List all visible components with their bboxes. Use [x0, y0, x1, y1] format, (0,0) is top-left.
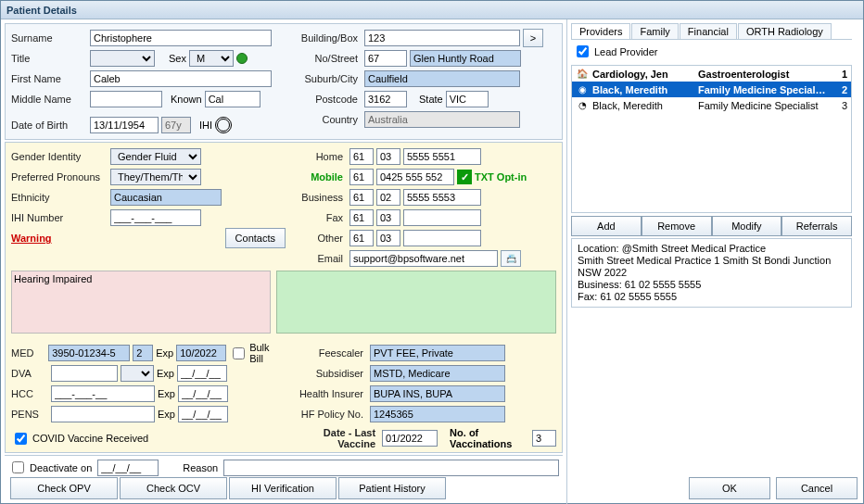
tab-family[interactable]: Family: [631, 23, 678, 39]
title-select[interactable]: [90, 50, 155, 67]
tab-providers[interactable]: Providers: [571, 23, 630, 39]
med-number-input[interactable]: [48, 345, 130, 361]
address-expand-button[interactable]: >: [523, 29, 543, 47]
postcode-input[interactable]: [364, 91, 407, 107]
subsidiser-input[interactable]: [370, 365, 505, 382]
tab-orth-radiology[interactable]: ORTH Radiology: [738, 23, 832, 39]
provider-row[interactable]: ◔Black, MeredithFamily Medicine Speciali…: [572, 97, 851, 113]
ok-button[interactable]: OK: [689, 477, 770, 499]
dva-color-select[interactable]: [121, 365, 154, 382]
pens-number-input[interactable]: [51, 406, 155, 422]
deactivate-date-input[interactable]: [97, 460, 159, 476]
modify-button[interactable]: Modify: [712, 216, 782, 236]
lbl-middle: Middle Name: [11, 94, 87, 105]
hcc-exp-input[interactable]: [178, 385, 228, 402]
other-cc-input[interactable]: [349, 230, 374, 246]
txt-optin-icon[interactable]: ✓: [457, 170, 472, 184]
middle-name-input[interactable]: [90, 91, 162, 107]
email-input[interactable]: [349, 250, 498, 267]
lbl-feescaler: Feescaler: [289, 347, 363, 359]
num-vaccinations-input[interactable]: [532, 430, 556, 447]
check-ocv-button[interactable]: Check OCV: [120, 477, 227, 499]
business-num-input[interactable]: [403, 189, 481, 206]
hf-policy-input[interactable]: [370, 406, 505, 422]
remove-button[interactable]: Remove: [642, 216, 712, 236]
other-num-input[interactable]: [403, 230, 481, 246]
patient-history-button[interactable]: Patient History: [338, 477, 446, 499]
provider-row[interactable]: 🏠Cardiology, JenGastroenterologist1: [572, 66, 851, 82]
provider-type: Gastroenterologist: [698, 69, 831, 80]
deactivate-reason-input[interactable]: [223, 460, 559, 476]
bulk-bill-checkbox[interactable]: Bulk Bill: [229, 342, 282, 364]
lbl-dva-exp: Exp: [157, 368, 174, 379]
home-cc-input[interactable]: [349, 148, 374, 165]
lbl-surname: Surname: [11, 32, 87, 44]
lbl-title: Title: [11, 53, 87, 64]
dva-exp-input[interactable]: [177, 365, 227, 382]
hcc-number-input[interactable]: [51, 385, 155, 402]
business-ac-input[interactable]: [376, 189, 400, 206]
email-lookup-icon[interactable]: 📇: [501, 250, 521, 267]
age-display: [161, 117, 191, 133]
warning-notes[interactable]: Hearing Impaired: [11, 271, 271, 334]
mobile-cc-input[interactable]: [349, 169, 374, 185]
lead-provider-checkbox[interactable]: Lead Provider: [571, 40, 852, 63]
lbl-ihi-number: IHI Number: [11, 212, 108, 223]
covid-vaccine-checkbox[interactable]: COVID Vaccine Received: [11, 430, 148, 447]
building-input[interactable]: [364, 30, 520, 46]
ihi-number-input[interactable]: [110, 209, 201, 226]
home-ac-input[interactable]: [376, 148, 400, 165]
first-name-input[interactable]: [90, 70, 272, 87]
cancel-button[interactable]: Cancel: [776, 477, 858, 499]
referrals-button[interactable]: Referrals: [781, 216, 852, 236]
street-name-input[interactable]: [410, 50, 521, 67]
other-ac-input[interactable]: [376, 230, 400, 246]
contacts-button[interactable]: Contacts: [225, 228, 286, 248]
add-button[interactable]: Add: [571, 216, 642, 236]
hi-verification-button[interactable]: HI Verification: [229, 477, 337, 499]
lbl-pens-exp: Exp: [158, 409, 175, 420]
known-as-input[interactable]: [205, 91, 260, 107]
provider-num: 3: [834, 100, 847, 111]
txt-optin-label: TXT Opt-in: [475, 171, 527, 183]
ihi-status-icon[interactable]: [215, 117, 232, 133]
last-vaccine-input[interactable]: [382, 430, 438, 447]
green-notes[interactable]: [276, 271, 556, 334]
check-opv-button[interactable]: Check OPV: [10, 477, 118, 499]
lbl-ethnicity: Ethnicity: [11, 192, 108, 203]
suburb-input[interactable]: [364, 70, 520, 87]
provider-row[interactable]: ◉Black, MeredithFamily Medicine Special……: [572, 82, 851, 97]
lbl-med: MED: [11, 347, 45, 359]
fax-ac-input[interactable]: [376, 209, 400, 226]
street-no-input[interactable]: [364, 50, 407, 67]
business-cc-input[interactable]: [349, 189, 374, 206]
state-input[interactable]: [446, 91, 489, 107]
provider-icon: 🏠: [576, 68, 589, 81]
med-ref-input[interactable]: [133, 345, 153, 361]
lbl-hcc-exp: Exp: [158, 388, 175, 399]
home-num-input[interactable]: [403, 148, 481, 165]
dva-number-input[interactable]: [51, 365, 118, 382]
provider-list[interactable]: 🏠Cardiology, JenGastroenterologist1◉Blac…: [571, 65, 852, 213]
fax-num-input[interactable]: [403, 209, 481, 226]
lbl-pens: PENS: [11, 409, 48, 420]
pens-exp-input[interactable]: [178, 406, 228, 422]
surname-input[interactable]: [90, 30, 272, 46]
dob-input[interactable]: [90, 117, 159, 133]
ethnicity-input[interactable]: [110, 189, 222, 206]
feescaler-input[interactable]: [370, 345, 505, 361]
warning-link[interactable]: Warning: [11, 233, 108, 244]
fax-cc-input[interactable]: [349, 209, 374, 226]
deactivate-checkbox[interactable]: Deactivate on: [8, 459, 92, 476]
sex-select[interactable]: M: [189, 50, 234, 67]
lbl-ihi: IHI: [199, 120, 212, 131]
gender-identity-select[interactable]: Gender Fluid: [110, 148, 201, 165]
med-exp-input[interactable]: [176, 345, 226, 361]
lbl-building: Building/Box: [293, 32, 358, 44]
provider-type: Family Medicine Specialist: [698, 100, 831, 111]
lbl-num-vaccinations: No. of Vaccinations: [450, 427, 529, 449]
tab-financial[interactable]: Financial: [680, 23, 737, 39]
pronouns-select[interactable]: They/Them/Their: [110, 169, 201, 185]
mobile-num-input[interactable]: [376, 169, 454, 185]
health-insurer-input[interactable]: [370, 385, 505, 402]
